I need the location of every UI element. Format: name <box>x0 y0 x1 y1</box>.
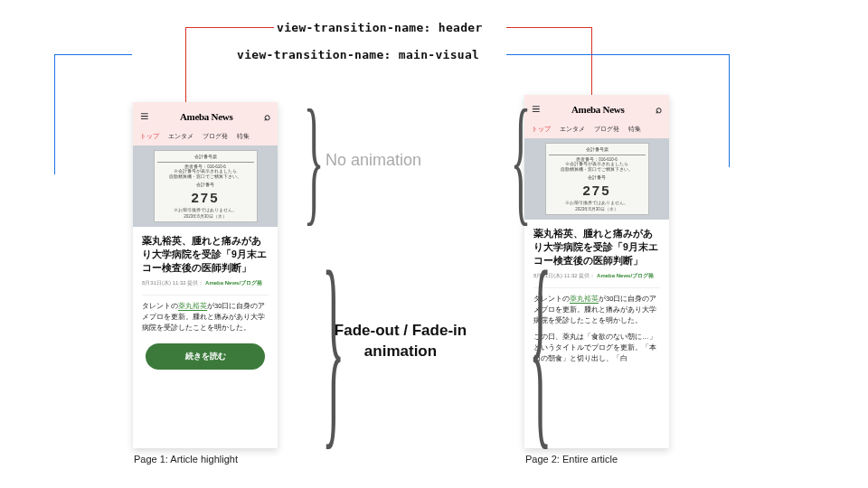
brace-icon: { <box>510 87 531 230</box>
css-label-header: view-transition-name: header <box>277 21 483 34</box>
css-label-main-visual: view-transition-name: main-visual <box>237 48 479 61</box>
tab-entertainment[interactable]: エンタメ <box>560 125 585 134</box>
person-link[interactable]: 薬丸裕英 <box>570 295 599 304</box>
nav-tabs: トップ エンタメ ブログ発 特集 <box>524 121 669 138</box>
tab-top[interactable]: トップ <box>140 132 159 141</box>
search-icon[interactable]: ⌕ <box>264 110 270 123</box>
phone-header: ≡ Ameba News ⌕ トップ エンタメ ブログ発 特集 <box>524 95 669 138</box>
annotation-no-animation: No animation <box>326 151 421 170</box>
person-link[interactable]: 薬丸裕英 <box>178 302 207 311</box>
brace-icon: { <box>529 239 552 455</box>
tab-feature[interactable]: 特集 <box>237 132 250 141</box>
ticket-image: 会計番号票 患者番号：016-610-6 ※会計番号が表示されましたら 自動精算… <box>154 150 258 222</box>
hamburger-icon[interactable]: ≡ <box>532 102 540 117</box>
article-meta: 8月31日(木) 11:32 提供： Ameba News/ブログ発 <box>133 279 278 293</box>
brace-icon: } <box>303 87 324 230</box>
tab-blog[interactable]: ブログ発 <box>203 132 228 141</box>
tab-entertainment[interactable]: エンタメ <box>168 132 193 141</box>
ticket-image: 会計番号票 患者番号：016-610-6 ※会計番号が表示されましたら 自動精算… <box>545 143 649 215</box>
main-visual: 会計番号票 患者番号：016-610-6 ※会計番号が表示されましたら 自動精算… <box>133 145 278 227</box>
article-body: タレントの薬丸裕英が30日に自身のアメブロを更新。腫れと痛みがあり大学病院を受診… <box>133 301 278 333</box>
divider <box>533 287 660 288</box>
article-headline: 薬丸裕英、腫れと痛みがあり大学病院を受診「9月末エコー検査後の医師判断」 <box>133 227 278 279</box>
phone-mock-page1: ≡ Ameba News ⌕ トップ エンタメ ブログ発 特集 会計番号票 患者… <box>133 102 278 448</box>
phone-header: ≡ Ameba News ⌕ トップ エンタメ ブログ発 特集 <box>133 102 278 145</box>
annotation-fade: Fade-out / Fade-in animation <box>306 321 495 362</box>
nav-tabs: トップ エンタメ ブログ発 特集 <box>133 128 278 145</box>
site-logo[interactable]: Ameba News <box>571 104 624 115</box>
read-more-button[interactable]: 続きを読む <box>146 343 265 370</box>
divider <box>142 295 269 296</box>
tab-blog[interactable]: ブログ発 <box>594 125 619 134</box>
caption-page2: Page 2: Entire article <box>525 454 618 465</box>
tab-top[interactable]: トップ <box>532 125 551 134</box>
connector-header-left <box>185 27 274 108</box>
caption-page1: Page 1: Article highlight <box>134 454 238 465</box>
main-visual: 会計番号票 患者番号：016-610-6 ※会計番号が表示されましたら 自動精算… <box>524 138 669 220</box>
hamburger-icon[interactable]: ≡ <box>140 109 148 124</box>
search-icon[interactable]: ⌕ <box>656 103 662 116</box>
tab-feature[interactable]: 特集 <box>628 125 641 134</box>
site-logo[interactable]: Ameba News <box>180 111 232 122</box>
connector-visual-left <box>54 54 132 174</box>
